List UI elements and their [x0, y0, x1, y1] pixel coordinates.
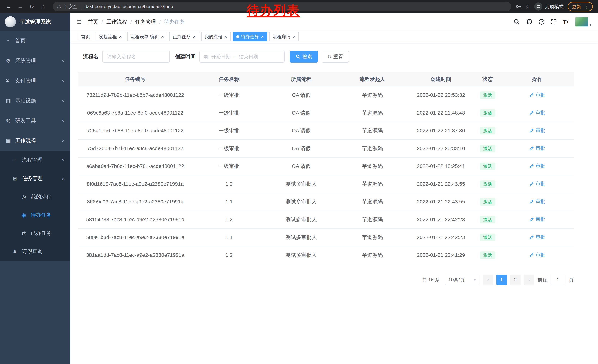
submenu-workflow: ≡流程管理∨⊞任务管理∧◎我的流程◉待办任务⇄已办任务♟请假查询	[0, 151, 70, 261]
status-badge: 激活	[480, 145, 495, 152]
page-button-1[interactable]: 1	[497, 275, 507, 285]
key-icon[interactable]	[515, 4, 522, 9]
reload-button[interactable]: ↻	[27, 1, 37, 11]
cell-task-name: 一级审批	[193, 122, 265, 140]
sidebar-menu: ◔首页⚙系统管理∨¥支付管理∨▥基础设施∨⚒研发工具∨▣工作流程∧≡流程管理∨⊞…	[0, 31, 70, 364]
process-list-icon: ≡	[13, 157, 22, 163]
prev-page-button[interactable]: ‹	[483, 275, 493, 285]
cell-task-name: 1.1	[193, 193, 265, 211]
cell-process: 测试多审批人	[265, 228, 337, 246]
cell-process: OA 请假	[265, 157, 337, 175]
sidebar-item-my-process[interactable]: ◎我的流程	[0, 188, 70, 206]
table-row: 8f059c03-7ac8-11ec-a9e2-a2380e71991a 1.1…	[78, 193, 573, 211]
yen-icon: ¥	[6, 78, 15, 84]
fullscreen-icon[interactable]	[551, 19, 557, 25]
tab-process-detail[interactable]: 流程详情×	[269, 32, 299, 41]
approve-link[interactable]: 审批	[529, 145, 545, 152]
pen-icon	[529, 93, 534, 97]
total-count: 共 16 条	[422, 277, 440, 283]
tab-todo-task[interactable]: 待办任务×	[233, 32, 267, 41]
sidebar-item-process-mgmt[interactable]: ≡流程管理∨	[0, 151, 70, 169]
process-name-input[interactable]	[102, 51, 170, 63]
page-size-select[interactable]: 10条/页 ▾	[445, 275, 479, 285]
goto-page-input[interactable]	[551, 275, 565, 285]
collapse-sidebar-icon[interactable]: ≡	[77, 18, 81, 26]
bookmark-star-icon[interactable]: ☆	[526, 4, 530, 10]
sidebar-item-devtools[interactable]: ⚒研发工具∨	[0, 111, 70, 131]
menu-dots-icon[interactable]: ⋮	[584, 4, 589, 9]
forward-button[interactable]: →	[15, 1, 25, 11]
approve-link[interactable]: 审批	[529, 163, 545, 169]
cell-status: 激活	[474, 122, 501, 140]
tab-label: 我的流程	[205, 34, 222, 40]
github-icon[interactable]	[526, 19, 533, 25]
tab-form-edit[interactable]: 流程表单-编辑×	[127, 32, 167, 41]
sidebar-item-todo-task[interactable]: ◉待办任务	[0, 206, 70, 224]
sidebar-item-system[interactable]: ⚙系统管理∨	[0, 51, 70, 71]
cell-created: 2022-01-21 22:42:23	[407, 228, 474, 246]
close-icon[interactable]: ×	[161, 34, 164, 39]
chevron-down-icon: ∨	[61, 79, 65, 83]
cell-task-id: 580e1b3d-7ac8-11ec-a9e2-a2380e71991a	[78, 228, 193, 246]
cell-action: 审批	[501, 175, 573, 193]
tab-done-task[interactable]: 已办任务×	[169, 32, 199, 41]
close-icon[interactable]: ×	[119, 34, 122, 39]
chevron-down-icon: ∨	[61, 59, 65, 63]
breadcrumb-item-home[interactable]: 首页	[88, 18, 98, 25]
approve-link[interactable]: 审批	[529, 127, 545, 134]
approve-link[interactable]: 审批	[529, 180, 545, 187]
page-button-2[interactable]: 2	[510, 275, 521, 285]
date-range-picker[interactable]: ▦ 开始日期 - 结束日期	[199, 51, 284, 63]
sidebar-item-payment[interactable]: ¥支付管理∨	[0, 71, 70, 91]
incognito-icon	[534, 2, 542, 11]
status-badge: 激活	[480, 180, 495, 188]
next-page-button[interactable]: ›	[524, 275, 534, 285]
back-button[interactable]: ←	[4, 1, 14, 11]
start-date-placeholder: 开始日期	[211, 54, 231, 60]
cell-task-name: 一级审批	[193, 86, 265, 104]
cell-initiator: 芋道源码	[337, 175, 407, 193]
sidebar-item-workflow[interactable]: ▣工作流程∧	[0, 131, 70, 151]
approve-link[interactable]: 审批	[529, 92, 545, 98]
sidebar-item-leave-query[interactable]: ♟请假查询	[0, 242, 70, 261]
help-icon[interactable]: ?	[539, 19, 544, 25]
sidebar-item-infrastructure[interactable]: ▥基础设施∨	[0, 91, 70, 111]
sidebar-item-home[interactable]: ◔首页	[0, 31, 70, 51]
search-button[interactable]: 搜索	[290, 51, 318, 63]
status-badge: 激活	[480, 251, 495, 259]
approve-link[interactable]: 审批	[529, 198, 545, 205]
approve-link[interactable]: 审批	[529, 234, 545, 240]
user-menu[interactable]: ▾	[575, 17, 591, 27]
sidebar-item-label: 请假查询	[22, 248, 65, 255]
search-icon[interactable]	[514, 19, 520, 25]
close-icon[interactable]: ×	[193, 34, 195, 39]
breadcrumb-item-workflow[interactable]: 工作流程	[106, 18, 127, 25]
avatar[interactable]	[575, 17, 588, 27]
app: 芋道管理系统 ◔首页⚙系统管理∨¥支付管理∨▥基础设施∨⚒研发工具∨▣工作流程∧…	[0, 13, 598, 364]
approve-link[interactable]: 审批	[529, 109, 545, 116]
close-icon[interactable]: ×	[261, 34, 264, 39]
table-row: 75d72608-7b7f-11ec-a3c8-acde48001122 一级审…	[78, 140, 573, 157]
update-button[interactable]: 更新 ⋮	[568, 2, 593, 11]
approve-link[interactable]: 审批	[529, 216, 545, 223]
tab-home[interactable]: 首页	[78, 32, 93, 41]
cell-process: 测试多审批人	[265, 175, 337, 193]
reset-button[interactable]: ↻ 重置	[322, 51, 349, 63]
sidebar-item-task-mgmt[interactable]: ⊞任务管理∧	[0, 169, 70, 188]
close-icon[interactable]: ×	[224, 34, 227, 39]
tab-start-process[interactable]: 发起流程×	[96, 32, 125, 41]
font-size-icon[interactable]: TT	[563, 19, 569, 25]
status-badge: 激活	[480, 216, 495, 223]
cell-action: 审批	[501, 157, 573, 175]
breadcrumb-item-task-mgmt[interactable]: 任务管理	[135, 18, 156, 25]
tab-my-process[interactable]: 我的流程×	[201, 32, 231, 41]
breadcrumb-separator: /	[101, 19, 103, 25]
close-icon[interactable]: ×	[293, 34, 295, 39]
home-button[interactable]: ⌂	[38, 1, 48, 11]
sidebar-item-done-task[interactable]: ⇄已办任务	[0, 224, 70, 242]
approve-link[interactable]: 审批	[529, 252, 545, 258]
cell-task-name: 一级审批	[193, 140, 265, 157]
table-row: 381aa1dd-7ac8-11ec-a9e2-a2380e71991a 1.2…	[78, 246, 573, 264]
create-time-label: 创建时间	[175, 53, 196, 60]
cell-status: 激活	[474, 211, 501, 228]
